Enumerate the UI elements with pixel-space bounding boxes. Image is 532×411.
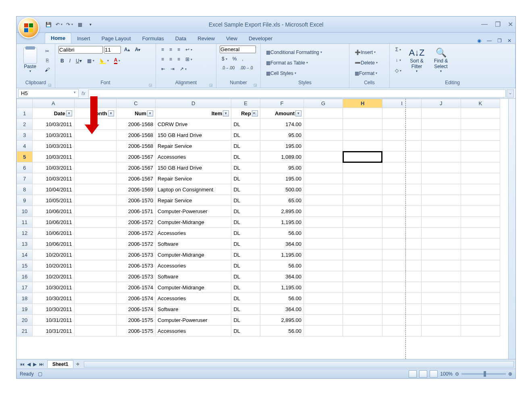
cell[interactable]	[74, 184, 116, 195]
cell[interactable]	[382, 228, 421, 239]
cell[interactable]	[422, 152, 461, 162]
cell[interactable]: DL	[231, 130, 260, 141]
cell[interactable]: Computer-Midrange	[156, 282, 231, 293]
view-page-layout-button[interactable]	[419, 370, 427, 378]
cell[interactable]: 150 GB Hard Drive	[156, 162, 231, 173]
cell[interactable]: Computer-Poweruser	[156, 206, 231, 217]
column-header-K[interactable]: K	[461, 99, 500, 108]
cell[interactable]	[382, 217, 421, 228]
cell[interactable]: Repair Service	[156, 173, 231, 184]
cell[interactable]: DL	[231, 195, 260, 206]
cell[interactable]	[74, 326, 116, 336]
cell[interactable]	[461, 315, 500, 326]
cell[interactable]	[74, 260, 116, 271]
cell[interactable]: Repair Service	[156, 141, 231, 152]
copy-button[interactable]: ⎘	[43, 56, 52, 64]
cell[interactable]: 2006-1573	[116, 260, 155, 271]
minimize-button[interactable]: —	[481, 21, 488, 28]
cell[interactable]: DL	[231, 119, 260, 130]
cell[interactable]: 2006-1574	[116, 282, 155, 293]
cell[interactable]	[74, 228, 116, 239]
sheet-nav-last[interactable]: ⏭	[38, 361, 45, 367]
cell[interactable]	[74, 239, 116, 249]
cell[interactable]: 364.00	[260, 271, 303, 282]
workbook-close[interactable]: ✕	[507, 38, 511, 44]
cell[interactable]	[422, 304, 461, 315]
format-painter-button[interactable]: 🖌	[43, 66, 52, 74]
cell[interactable]	[422, 293, 461, 304]
cell[interactable]	[303, 152, 343, 162]
tab-data[interactable]: Data	[170, 33, 192, 44]
cell[interactable]	[422, 217, 461, 228]
row-header-7[interactable]: 7	[17, 173, 33, 184]
row-header-2[interactable]: 2	[17, 119, 33, 130]
cell[interactable]	[422, 260, 461, 271]
row-header-8[interactable]: 8	[17, 184, 33, 195]
zoom-out-button[interactable]: ⊖	[455, 371, 459, 377]
cell[interactable]: DL	[231, 206, 260, 217]
cell[interactable]	[382, 260, 421, 271]
column-header-F[interactable]: F	[260, 99, 303, 108]
cell[interactable]: DL	[231, 315, 260, 326]
row-header-20[interactable]: 20	[17, 315, 33, 326]
underline-button[interactable]: U▾	[74, 57, 84, 65]
cell[interactable]	[303, 304, 343, 315]
cell[interactable]	[74, 141, 116, 152]
insert-cells-button[interactable]: ➕ Insert	[353, 48, 378, 56]
cell[interactable]	[343, 162, 382, 173]
filter-button-item[interactable]: ▾	[223, 110, 229, 116]
cell[interactable]	[382, 304, 421, 315]
tab-home[interactable]: Home	[45, 33, 71, 44]
cell[interactable]	[422, 173, 461, 184]
cell[interactable]: 10/05/2011	[32, 195, 74, 206]
cell[interactable]: 2006-1568	[116, 130, 155, 141]
cell[interactable]	[382, 195, 421, 206]
cell[interactable]: 10/03/2011	[32, 119, 74, 130]
restore-button[interactable]: ❐	[495, 21, 501, 28]
filter-button-rep[interactable]: ▾↓	[252, 110, 258, 116]
cell[interactable]	[382, 249, 421, 260]
border-button[interactable]: ▦	[85, 57, 96, 65]
cell[interactable]	[461, 271, 500, 282]
cell[interactable]	[303, 293, 343, 304]
cell[interactable]	[382, 206, 421, 217]
cell[interactable]: 10/06/2011	[32, 239, 74, 249]
bold-button[interactable]: B	[58, 57, 66, 65]
workbook-restore[interactable]: ❐	[497, 38, 502, 44]
cell[interactable]: DL	[231, 326, 260, 336]
cell[interactable]	[422, 315, 461, 326]
cell[interactable]	[461, 249, 500, 260]
cell[interactable]	[422, 249, 461, 260]
cell[interactable]: 10/20/2011	[32, 260, 74, 271]
cell[interactable]: 10/06/2011	[32, 217, 74, 228]
vertical-scrollbar[interactable]	[508, 99, 515, 359]
cell[interactable]	[74, 217, 116, 228]
cell[interactable]	[461, 304, 500, 315]
column-header-J[interactable]: J	[422, 99, 461, 108]
cell[interactable]: 1,089.00	[260, 152, 303, 162]
row-header-15[interactable]: 15	[17, 260, 33, 271]
cell[interactable]: 10/06/2011	[32, 228, 74, 239]
cell[interactable]	[422, 228, 461, 239]
cell[interactable]	[343, 184, 382, 195]
help-icon[interactable]: ◉	[477, 38, 481, 44]
cell[interactable]	[461, 119, 500, 130]
cell[interactable]	[303, 162, 343, 173]
cell[interactable]	[303, 195, 343, 206]
sort-filter-button[interactable]: A↓Z Sort & Filter▾	[406, 46, 428, 75]
cell[interactable]: 2006-1568	[116, 141, 155, 152]
cell[interactable]: Accessories	[156, 228, 231, 239]
row-header-3[interactable]: 3	[17, 130, 33, 141]
cut-button[interactable]: ✂	[43, 47, 52, 55]
wrap-text-button[interactable]: ↩	[183, 46, 194, 54]
cell[interactable]: 10/20/2011	[32, 271, 74, 282]
cell[interactable]	[343, 326, 382, 336]
font-name-select[interactable]	[58, 46, 103, 54]
cell[interactable]	[303, 173, 343, 184]
view-normal-button[interactable]	[409, 370, 417, 378]
cell[interactable]	[422, 271, 461, 282]
row-header-16[interactable]: 16	[17, 271, 33, 282]
cell[interactable]	[343, 249, 382, 260]
cell[interactable]	[303, 206, 343, 217]
sheet-nav-first[interactable]: ⏮	[19, 361, 25, 367]
